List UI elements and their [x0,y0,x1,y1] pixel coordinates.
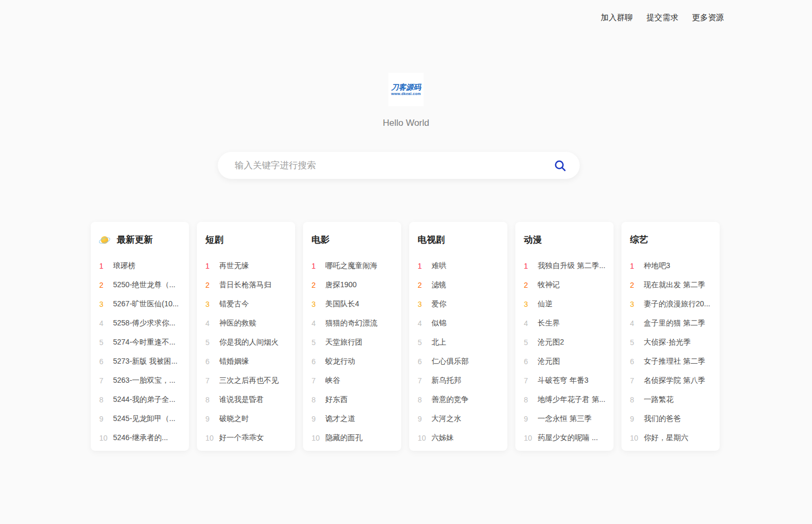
rank-title: 仙逆 [538,299,552,309]
rank-item[interactable]: 55274-今时重逢不... [99,333,183,352]
rank-item[interactable]: 7名侦探学院 第八季 [630,371,713,390]
rank-list: 1琅琊榜25250-绝世龙尊（...35267-旷世医仙(10...45258-… [99,256,183,448]
rank-number: 4 [524,319,533,328]
rank-item[interactable]: 1琅琊榜 [99,256,183,276]
rank-item[interactable]: 2现在就出发 第二季 [630,276,713,295]
rank-item[interactable]: 1再世无缘 [205,256,289,276]
rank-item[interactable]: 1难哄 [418,256,501,276]
rank-item[interactable]: 7三次之后再也不见 [205,371,289,390]
search-button[interactable] [553,159,567,173]
rank-item[interactable]: 5你是我的人间烟火 [205,333,289,352]
rank-item[interactable]: 8谁说我是昏君 [205,390,289,409]
nav-item-submit-request[interactable]: 提交需求 [646,13,678,23]
rank-title: 唐探1900 [325,280,357,290]
rank-number: 1 [312,262,321,270]
rank-item[interactable]: 5大侦探·拾光季 [630,333,713,352]
rank-item[interactable]: 9破晓之时 [205,409,289,428]
rank-item[interactable]: 75263-一胎双宝，... [99,371,183,390]
rank-item[interactable]: 7峡谷 [312,371,395,390]
rank-number: 8 [418,396,427,404]
ranking-card: 综艺 1种地吧32现在就出发 第二季3妻子的浪漫旅行20...4盒子里的猫 第二… [621,222,720,451]
rank-item[interactable]: 65273-新版 我被困... [99,352,183,371]
rank-number: 4 [418,319,427,328]
rank-number: 10 [630,434,640,442]
rank-title: 难哄 [431,261,446,271]
rank-number: 5 [630,338,640,347]
rank-item[interactable]: 5沧元图2 [524,333,607,352]
rank-item[interactable]: 5北上 [418,333,501,352]
site-logo[interactable]: 刀客源码 www.dkeal.com [388,73,424,106]
rank-number: 2 [205,281,215,289]
rank-item[interactable]: 3爱你 [418,295,501,314]
rank-title: 琅琊榜 [113,261,135,271]
rank-item[interactable]: 4盒子里的猫 第二季 [630,314,713,333]
rank-list: 1哪吒之魔童闹海2唐探19003美国队长44猫猫的奇幻漂流5天堂旅行团6蛟龙行动… [312,256,395,448]
rank-item[interactable]: 9大河之水 [418,409,501,428]
rank-title: 再世无缘 [219,261,249,271]
rank-item[interactable]: 8地缚少年花子君 第... [524,390,607,409]
rank-item[interactable]: 10好一个乖乖女 [205,428,289,448]
rank-item[interactable]: 2滤镜 [418,276,501,295]
rank-number: 9 [205,415,215,423]
rank-item[interactable]: 1我独自升级 第二季... [524,256,607,276]
rank-item[interactable]: 7斗破苍穹 年番3 [524,371,607,390]
rank-number: 1 [99,262,109,270]
rank-title: 滤镜 [431,280,446,290]
rank-title: 5244-我的弟子全... [113,395,175,405]
rank-item[interactable]: 3妻子的浪漫旅行20... [630,295,713,314]
rank-item[interactable]: 4似锦 [418,314,501,333]
rank-item[interactable]: 6错婚姻缘 [205,352,289,371]
rank-number: 9 [524,415,533,423]
rank-item[interactable]: 4猫猫的奇幻漂流 [312,314,395,333]
rank-item[interactable]: 2唐探1900 [312,276,395,295]
rank-item[interactable]: 3美国队长4 [312,295,395,314]
rank-item[interactable]: 3仙逆 [524,295,607,314]
rank-item[interactable]: 1种地吧3 [630,256,713,276]
rank-number: 1 [418,262,427,270]
rank-title: 牧神记 [538,280,560,290]
rank-title: 猫猫的奇幻漂流 [325,319,377,328]
rank-title: 大侦探·拾光季 [644,338,691,347]
rank-number: 2 [630,281,640,289]
rank-number: 7 [630,376,640,385]
rank-title: 你是我的人间烟火 [219,338,279,347]
rank-item[interactable]: 8好东西 [312,390,395,409]
rank-item[interactable]: 7新乌托邦 [418,371,501,390]
rank-item[interactable]: 35267-旷世医仙(10... [99,295,183,314]
rank-item[interactable]: 1哪吒之魔童闹海 [312,256,395,276]
rank-item[interactable]: 6蛟龙行动 [312,352,395,371]
nav-item-more-resources[interactable]: 更多资源 [692,13,724,23]
rank-item[interactable]: 105246-继承者的... [99,428,183,448]
rank-item[interactable]: 6仁心俱乐部 [418,352,501,371]
rank-item[interactable]: 25250-绝世龙尊（... [99,276,183,295]
rank-item[interactable]: 6沧元图 [524,352,607,371]
rank-item[interactable]: 10六姊妹 [418,428,501,448]
rank-title: 似锦 [431,319,446,328]
ranking-card: 动漫 1我独自升级 第二季...2牧神记3仙逆4长生界5沧元图26沧元图7斗破苍… [515,222,614,451]
rank-item[interactable]: 2昔日长枪落马归 [205,276,289,295]
rank-item[interactable]: 4长生界 [524,314,607,333]
rank-number: 3 [418,300,427,308]
rank-item[interactable]: 9诡才之道 [312,409,395,428]
rank-item[interactable]: 5天堂旅行团 [312,333,395,352]
rank-item[interactable]: 3错爱古今 [205,295,289,314]
rank-item[interactable]: 9我们的爸爸 [630,409,713,428]
rank-number: 1 [630,262,640,270]
rank-title: 我们的爸爸 [644,414,681,424]
rank-item[interactable]: 85244-我的弟子全... [99,390,183,409]
rank-item[interactable]: 10药屋少女的呢喃 ... [524,428,607,448]
rank-item[interactable]: 45258-傅少求求你... [99,314,183,333]
rank-item[interactable]: 4神医的救赎 [205,314,289,333]
rank-item[interactable]: 6女子推理社 第二季 [630,352,713,371]
rank-item[interactable]: 9一念永恒 第三季 [524,409,607,428]
rank-item[interactable]: 10你好，星期六 [630,428,713,448]
rank-number: 9 [418,415,427,423]
rank-item[interactable]: 2牧神记 [524,276,607,295]
rank-item[interactable]: 95245-见龙卸甲（... [99,409,183,428]
rank-number: 2 [524,281,533,289]
search-input[interactable] [234,160,553,171]
rank-item[interactable]: 8善意的竞争 [418,390,501,409]
rank-item[interactable]: 8一路繁花 [630,390,713,409]
nav-item-join-group[interactable]: 加入群聊 [601,13,633,23]
rank-item[interactable]: 10隐藏的面孔 [312,428,395,448]
